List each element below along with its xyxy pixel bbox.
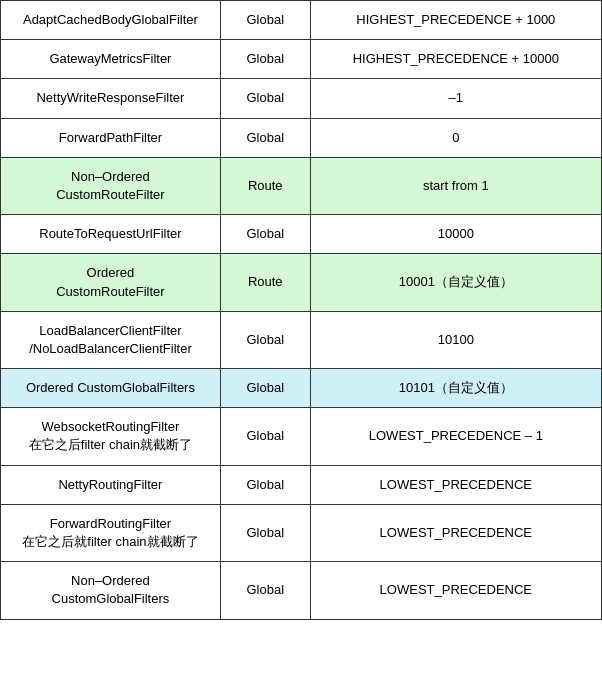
filter-order: 10100 — [310, 311, 601, 368]
filter-scope: Global — [220, 408, 310, 465]
filter-name: WebsocketRoutingFilter 在它之后filter chain就… — [1, 408, 221, 465]
table-row: NettyRoutingFilterGlobalLOWEST_PRECEDENC… — [1, 465, 602, 504]
filter-name: ForwardRoutingFilter 在它之后就filter chain就截… — [1, 504, 221, 561]
filter-name: GatewayMetricsFilter — [1, 40, 221, 79]
table-row: Non–Ordered CustomGlobalFiltersGlobalLOW… — [1, 562, 602, 619]
filter-scope: Global — [220, 369, 310, 408]
filter-order: –1 — [310, 79, 601, 118]
table-row: Non–Ordered CustomRouteFilterRoutestart … — [1, 157, 602, 214]
filter-order: start from 1 — [310, 157, 601, 214]
table-row: RouteToRequestUrlFilterGlobal10000 — [1, 215, 602, 254]
filter-scope: Global — [220, 79, 310, 118]
filter-order: 0 — [310, 118, 601, 157]
filter-name: Non–Ordered CustomGlobalFilters — [1, 562, 221, 619]
filter-order: 10001（自定义值） — [310, 254, 601, 311]
filter-scope: Global — [220, 118, 310, 157]
table-row: WebsocketRoutingFilter 在它之后filter chain就… — [1, 408, 602, 465]
filter-scope: Route — [220, 157, 310, 214]
filter-order: LOWEST_PRECEDENCE — [310, 504, 601, 561]
filter-order: HIGHEST_PRECEDENCE + 1000 — [310, 1, 601, 40]
filter-name: NettyWriteResponseFilter — [1, 79, 221, 118]
filter-order: 10000 — [310, 215, 601, 254]
table-row: Ordered CustomRouteFilterRoute10001（自定义值… — [1, 254, 602, 311]
filter-scope: Global — [220, 40, 310, 79]
filter-name: Non–Ordered CustomRouteFilter — [1, 157, 221, 214]
filter-order: LOWEST_PRECEDENCE — [310, 465, 601, 504]
table-row: NettyWriteResponseFilterGlobal–1 — [1, 79, 602, 118]
table-row: GatewayMetricsFilterGlobalHIGHEST_PRECED… — [1, 40, 602, 79]
filter-name: LoadBalancerClientFilter /NoLoadBalancer… — [1, 311, 221, 368]
filter-order: LOWEST_PRECEDENCE — [310, 562, 601, 619]
filter-scope: Global — [220, 215, 310, 254]
filter-order: HIGHEST_PRECEDENCE + 10000 — [310, 40, 601, 79]
filter-scope: Route — [220, 254, 310, 311]
table-row: LoadBalancerClientFilter /NoLoadBalancer… — [1, 311, 602, 368]
filter-scope: Global — [220, 504, 310, 561]
filter-name: Ordered CustomRouteFilter — [1, 254, 221, 311]
filter-name: RouteToRequestUrlFilter — [1, 215, 221, 254]
filter-scope: Global — [220, 562, 310, 619]
filter-scope: Global — [220, 1, 310, 40]
filter-scope: Global — [220, 465, 310, 504]
table-row: Ordered CustomGlobalFiltersGlobal10101（自… — [1, 369, 602, 408]
filter-scope: Global — [220, 311, 310, 368]
filter-name: NettyRoutingFilter — [1, 465, 221, 504]
table-row: ForwardPathFilterGlobal0 — [1, 118, 602, 157]
filter-order: 10101（自定义值） — [310, 369, 601, 408]
filter-name: AdaptCachedBodyGlobalFilter — [1, 1, 221, 40]
table-row: ForwardRoutingFilter 在它之后就filter chain就截… — [1, 504, 602, 561]
table-row: AdaptCachedBodyGlobalFilterGlobalHIGHEST… — [1, 1, 602, 40]
filter-table: AdaptCachedBodyGlobalFilterGlobalHIGHEST… — [0, 0, 602, 620]
filter-name: ForwardPathFilter — [1, 118, 221, 157]
filter-name: Ordered CustomGlobalFilters — [1, 369, 221, 408]
filter-order: LOWEST_PRECEDENCE – 1 — [310, 408, 601, 465]
